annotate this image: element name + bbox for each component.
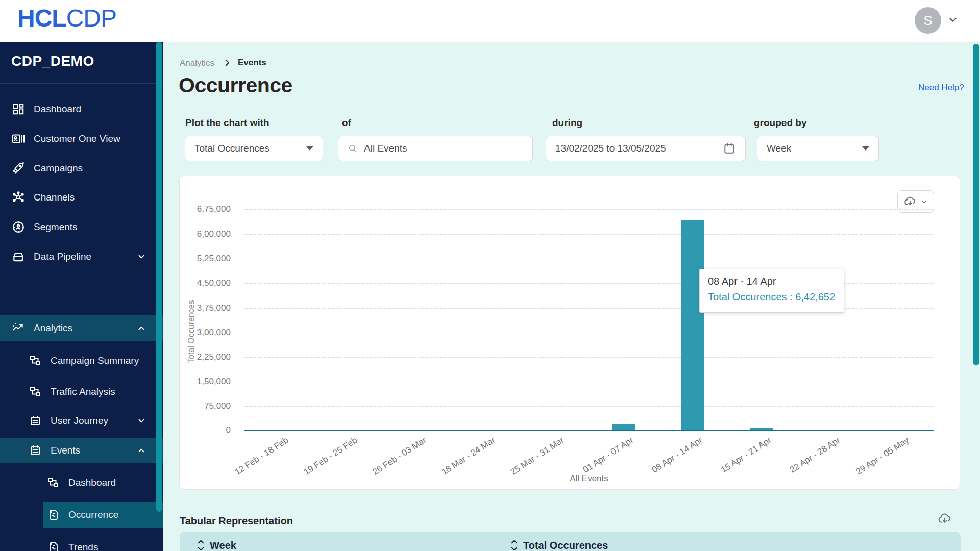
event-search-value: All Events bbox=[364, 143, 407, 154]
table-download-icon[interactable] bbox=[937, 511, 952, 527]
chart-bar[interactable] bbox=[681, 220, 704, 430]
sidebar: CDP_DEMO Dashboard Customer One View Cam… bbox=[0, 42, 163, 551]
cloud-download-icon bbox=[903, 195, 917, 208]
sidebar-item-analytics[interactable]: Analytics bbox=[0, 315, 163, 341]
hcl-cdp-logo[interactable]: HCLCDP bbox=[17, 4, 116, 32]
logo-cdp: CDP bbox=[66, 5, 116, 32]
sort-icon bbox=[510, 539, 518, 551]
sidebar-item-label: Data Pipeline bbox=[34, 251, 91, 262]
chevron-down-icon bbox=[920, 198, 928, 206]
sidebar-item-label: Segments bbox=[34, 221, 78, 233]
avatar-initial: S bbox=[923, 13, 932, 29]
page-scrollbar[interactable] bbox=[973, 44, 979, 365]
tooltip-title: 08 Apr - 14 Apr bbox=[708, 276, 836, 287]
y-tick-label: 3,75,000 bbox=[174, 303, 231, 313]
sidebar-item-campaign-summary[interactable]: Campaign Summary bbox=[0, 348, 163, 373]
chart-tooltip: 08 Apr - 14 Apr Total Occurences : 6,42,… bbox=[699, 269, 844, 313]
y-tick-label: 2,25,000 bbox=[174, 352, 231, 362]
calendar-icon[interactable] bbox=[723, 142, 736, 155]
grouped-by-label: grouped by bbox=[754, 117, 806, 129]
logo-hcl: HCL bbox=[17, 5, 66, 32]
grouped-by-dropdown[interactable]: Week bbox=[757, 136, 879, 161]
analytics-icon bbox=[11, 321, 25, 335]
table-column-label: Total Occurences bbox=[523, 540, 608, 551]
sidebar-item-channels[interactable]: Channels bbox=[0, 185, 163, 210]
need-help-link[interactable]: Need Help? bbox=[918, 83, 964, 93]
search-icon bbox=[348, 143, 358, 154]
y-tick-label: 3,00,000 bbox=[174, 328, 231, 338]
sidebar-item-label: Campaigns bbox=[34, 163, 83, 174]
chevron-up-icon bbox=[137, 446, 146, 455]
network-icon bbox=[11, 191, 25, 204]
id-card-icon bbox=[11, 132, 25, 145]
sidebar-item-label: Customer One View bbox=[34, 133, 120, 144]
date-range-value: 13/02/2025 to 13/05/2025 bbox=[555, 143, 666, 154]
plot-with-dropdown[interactable]: Total Occurences bbox=[185, 136, 323, 161]
sidebar-item-customer-one-view[interactable]: Customer One View bbox=[0, 126, 163, 152]
y-tick-label: 0 bbox=[174, 425, 231, 435]
gridline bbox=[244, 406, 934, 407]
data-pipeline-icon bbox=[11, 250, 25, 263]
chevron-down-icon bbox=[137, 416, 146, 425]
sidebar-item-trends[interactable]: Trends bbox=[0, 535, 163, 551]
sidebar-item-events-dashboard[interactable]: Dashboard bbox=[0, 470, 163, 495]
segments-icon bbox=[11, 220, 25, 234]
of-label: of bbox=[342, 117, 351, 129]
y-tick-label: 6,00,000 bbox=[174, 229, 231, 239]
sitemap-icon bbox=[46, 477, 60, 489]
chevron-down-icon bbox=[137, 252, 146, 261]
caret-down-icon bbox=[306, 146, 313, 151]
plot-with-label: Plot the chart with bbox=[185, 117, 270, 129]
chevron-down-icon[interactable] bbox=[947, 14, 959, 26]
rocket-icon bbox=[11, 162, 25, 175]
sidebar-divider bbox=[0, 83, 163, 84]
chevron-up-icon bbox=[137, 323, 146, 333]
report-icon bbox=[46, 509, 60, 521]
gridline bbox=[244, 382, 934, 382]
calendar-icon bbox=[28, 444, 42, 457]
grouped-by-value: Week bbox=[767, 143, 791, 154]
sidebar-item-traffic-analysis[interactable]: Traffic Analysis bbox=[0, 379, 163, 405]
grid-icon bbox=[11, 103, 25, 116]
workspace-name: CDP_DEMO bbox=[11, 53, 94, 69]
breadcrumb-analytics[interactable]: Analytics bbox=[180, 58, 214, 68]
sitemap-icon bbox=[28, 355, 42, 367]
sidebar-scrollbar[interactable] bbox=[156, 42, 162, 512]
y-tick-label: 4,50,000 bbox=[174, 278, 231, 288]
tabular-heading: Tabular Representation bbox=[180, 515, 293, 527]
table-column-label: Week bbox=[210, 540, 236, 551]
sidebar-item-segments[interactable]: Segments bbox=[0, 214, 163, 240]
table-header-total-occurences[interactable]: Total Occurences bbox=[510, 539, 608, 551]
title-divider bbox=[180, 103, 960, 103]
gridline bbox=[244, 259, 934, 259]
y-tick-label: 75,000 bbox=[174, 401, 231, 411]
sitemap-icon bbox=[28, 386, 42, 398]
report-icon bbox=[46, 541, 60, 551]
sidebar-item-label: Campaign Summary bbox=[51, 355, 139, 366]
x-axis-baseline bbox=[244, 430, 934, 431]
plot-with-value: Total Occurences bbox=[194, 143, 270, 154]
caret-down-icon bbox=[862, 146, 869, 151]
sidebar-item-label: Dashboard bbox=[34, 104, 81, 115]
sidebar-item-label: Trends bbox=[68, 542, 98, 551]
table-header-week[interactable]: Week bbox=[197, 539, 236, 551]
y-tick-label: 5,25,000 bbox=[174, 254, 231, 264]
user-avatar[interactable]: S bbox=[915, 7, 941, 34]
sidebar-item-label: Channels bbox=[34, 192, 75, 203]
sidebar-item-occurrence[interactable]: Occurrence bbox=[43, 502, 163, 528]
date-range-input[interactable]: 13/02/2025 to 13/05/2025 bbox=[546, 136, 746, 161]
chevron-right-icon bbox=[223, 58, 232, 67]
sidebar-item-campaigns[interactable]: Campaigns bbox=[0, 156, 163, 181]
sidebar-item-events[interactable]: Events bbox=[0, 438, 163, 463]
x-axis-title: All Events bbox=[244, 473, 934, 484]
sidebar-item-user-journey[interactable]: User Journey bbox=[0, 408, 163, 434]
gridline bbox=[244, 209, 934, 210]
during-label: during bbox=[552, 117, 582, 129]
sidebar-item-label: Analytics bbox=[34, 322, 72, 334]
app-root: HCLCDP S CDP_DEMO Dashboard Customer One… bbox=[0, 0, 980, 551]
y-tick-label: 1,50,000 bbox=[174, 377, 231, 387]
sort-icon bbox=[197, 539, 205, 551]
tooltip-value: Total Occurences : 6,42,652 bbox=[708, 291, 836, 303]
sidebar-item-dashboard[interactable]: Dashboard bbox=[0, 96, 163, 122]
event-search-select[interactable]: All Events bbox=[338, 136, 533, 161]
